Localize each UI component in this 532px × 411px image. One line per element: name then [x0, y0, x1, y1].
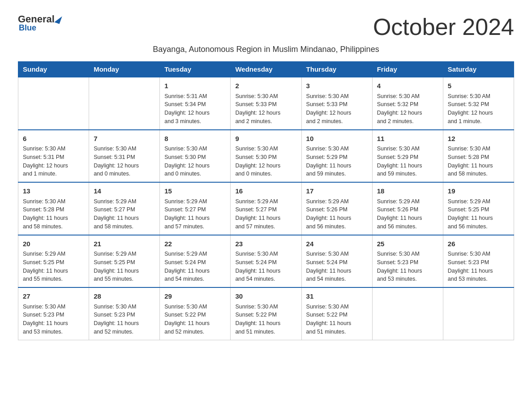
day-info: Sunrise: 5:29 AM Sunset: 5:25 PM Dayligh… — [448, 197, 509, 231]
calendar-cell: 7Sunrise: 5:30 AM Sunset: 5:31 PM Daylig… — [89, 130, 160, 183]
calendar-cell: 27Sunrise: 5:30 AM Sunset: 5:23 PM Dayli… — [18, 287, 89, 340]
header-day-sunday: Sunday — [18, 62, 89, 77]
calendar-cell: 1Sunrise: 5:31 AM Sunset: 5:34 PM Daylig… — [160, 77, 231, 130]
calendar-cell — [89, 77, 160, 130]
day-number: 13 — [23, 186, 84, 197]
day-info: Sunrise: 5:30 AM Sunset: 5:29 PM Dayligh… — [377, 145, 438, 178]
subtitle: Bayanga, Autonomous Region in Muslim Min… — [18, 45, 514, 54]
day-number: 27 — [23, 291, 84, 302]
day-number: 25 — [377, 239, 438, 249]
day-info: Sunrise: 5:31 AM Sunset: 5:34 PM Dayligh… — [164, 92, 226, 126]
calendar-cell: 26Sunrise: 5:30 AM Sunset: 5:23 PM Dayli… — [443, 235, 514, 288]
calendar-header-row: SundayMondayTuesdayWednesdayThursdayFrid… — [18, 62, 514, 77]
logo-blue-text: Blue — [19, 23, 36, 33]
day-info: Sunrise: 5:30 AM Sunset: 5:24 PM Dayligh… — [306, 250, 368, 283]
calendar-cell: 18Sunrise: 5:29 AM Sunset: 5:26 PM Dayli… — [372, 182, 443, 235]
calendar-cell: 20Sunrise: 5:29 AM Sunset: 5:25 PM Dayli… — [18, 235, 89, 288]
calendar-cell: 24Sunrise: 5:30 AM Sunset: 5:24 PM Dayli… — [301, 235, 372, 288]
day-number: 26 — [448, 239, 509, 249]
day-info: Sunrise: 5:30 AM Sunset: 5:32 PM Dayligh… — [377, 92, 438, 126]
calendar-cell — [443, 287, 514, 340]
header-day-tuesday: Tuesday — [160, 62, 231, 77]
calendar-cell: 4Sunrise: 5:30 AM Sunset: 5:32 PM Daylig… — [372, 77, 443, 130]
day-number: 3 — [306, 81, 368, 91]
calendar-cell: 10Sunrise: 5:30 AM Sunset: 5:29 PM Dayli… — [301, 130, 372, 183]
day-number: 31 — [306, 291, 368, 302]
day-number: 16 — [235, 186, 296, 197]
calendar-week-row: 1Sunrise: 5:31 AM Sunset: 5:34 PM Daylig… — [18, 77, 514, 130]
day-info: Sunrise: 5:30 AM Sunset: 5:32 PM Dayligh… — [448, 92, 509, 126]
day-number: 12 — [448, 134, 509, 144]
day-info: Sunrise: 5:30 AM Sunset: 5:22 PM Dayligh… — [235, 303, 296, 336]
calendar-cell: 25Sunrise: 5:30 AM Sunset: 5:23 PM Dayli… — [372, 235, 443, 288]
calendar-week-row: 20Sunrise: 5:29 AM Sunset: 5:25 PM Dayli… — [18, 235, 514, 288]
day-info: Sunrise: 5:30 AM Sunset: 5:23 PM Dayligh… — [377, 250, 438, 283]
day-info: Sunrise: 5:30 AM Sunset: 5:28 PM Dayligh… — [23, 197, 84, 231]
calendar-cell: 28Sunrise: 5:30 AM Sunset: 5:23 PM Dayli… — [89, 287, 160, 340]
day-number: 4 — [377, 81, 438, 91]
day-info: Sunrise: 5:30 AM Sunset: 5:28 PM Dayligh… — [448, 145, 509, 178]
logo-triangle-icon — [54, 14, 62, 24]
header-day-monday: Monday — [89, 62, 160, 77]
calendar-cell: 14Sunrise: 5:29 AM Sunset: 5:27 PM Dayli… — [89, 182, 160, 235]
day-info: Sunrise: 5:30 AM Sunset: 5:22 PM Dayligh… — [306, 303, 368, 336]
header-day-saturday: Saturday — [443, 62, 514, 77]
day-info: Sunrise: 5:30 AM Sunset: 5:30 PM Dayligh… — [164, 145, 226, 178]
day-number: 11 — [377, 134, 438, 144]
logo: General Blue — [18, 13, 61, 33]
day-number: 10 — [306, 134, 368, 144]
day-info: Sunrise: 5:29 AM Sunset: 5:25 PM Dayligh… — [94, 250, 155, 283]
day-info: Sunrise: 5:30 AM Sunset: 5:30 PM Dayligh… — [235, 145, 296, 178]
day-number: 1 — [164, 81, 226, 91]
day-info: Sunrise: 5:29 AM Sunset: 5:27 PM Dayligh… — [94, 197, 155, 231]
calendar-week-row: 6Sunrise: 5:30 AM Sunset: 5:31 PM Daylig… — [18, 130, 514, 183]
day-number: 28 — [94, 291, 155, 302]
calendar-cell: 29Sunrise: 5:30 AM Sunset: 5:22 PM Dayli… — [160, 287, 231, 340]
day-info: Sunrise: 5:30 AM Sunset: 5:24 PM Dayligh… — [235, 250, 296, 283]
day-number: 20 — [23, 239, 84, 249]
day-info: Sunrise: 5:29 AM Sunset: 5:27 PM Dayligh… — [164, 197, 226, 231]
calendar: SundayMondayTuesdayWednesdayThursdayFrid… — [18, 61, 514, 340]
day-number: 19 — [448, 186, 509, 197]
day-info: Sunrise: 5:30 AM Sunset: 5:29 PM Dayligh… — [306, 145, 368, 178]
day-number: 2 — [235, 81, 296, 91]
calendar-cell: 8Sunrise: 5:30 AM Sunset: 5:30 PM Daylig… — [160, 130, 231, 183]
day-number: 29 — [164, 291, 226, 302]
calendar-cell: 9Sunrise: 5:30 AM Sunset: 5:30 PM Daylig… — [231, 130, 301, 183]
calendar-cell: 31Sunrise: 5:30 AM Sunset: 5:22 PM Dayli… — [301, 287, 372, 340]
day-info: Sunrise: 5:30 AM Sunset: 5:33 PM Dayligh… — [306, 92, 368, 126]
day-number: 6 — [23, 134, 84, 144]
calendar-week-row: 27Sunrise: 5:30 AM Sunset: 5:23 PM Dayli… — [18, 287, 514, 340]
day-info: Sunrise: 5:30 AM Sunset: 5:23 PM Dayligh… — [448, 250, 509, 283]
calendar-cell: 13Sunrise: 5:30 AM Sunset: 5:28 PM Dayli… — [18, 182, 89, 235]
header-day-friday: Friday — [372, 62, 443, 77]
calendar-cell: 15Sunrise: 5:29 AM Sunset: 5:27 PM Dayli… — [160, 182, 231, 235]
day-info: Sunrise: 5:30 AM Sunset: 5:31 PM Dayligh… — [94, 145, 155, 178]
calendar-cell: 5Sunrise: 5:30 AM Sunset: 5:32 PM Daylig… — [443, 77, 514, 130]
day-info: Sunrise: 5:30 AM Sunset: 5:33 PM Dayligh… — [235, 92, 296, 126]
day-number: 21 — [94, 239, 155, 249]
day-number: 30 — [235, 291, 296, 302]
calendar-cell: 16Sunrise: 5:29 AM Sunset: 5:27 PM Dayli… — [231, 182, 301, 235]
calendar-week-row: 13Sunrise: 5:30 AM Sunset: 5:28 PM Dayli… — [18, 182, 514, 235]
day-number: 24 — [306, 239, 368, 249]
day-number: 7 — [94, 134, 155, 144]
day-number: 17 — [306, 186, 368, 197]
day-number: 23 — [235, 239, 296, 249]
calendar-cell: 21Sunrise: 5:29 AM Sunset: 5:25 PM Dayli… — [89, 235, 160, 288]
calendar-cell: 3Sunrise: 5:30 AM Sunset: 5:33 PM Daylig… — [301, 77, 372, 130]
day-number: 22 — [164, 239, 226, 249]
day-number: 15 — [164, 186, 226, 197]
calendar-cell: 17Sunrise: 5:29 AM Sunset: 5:26 PM Dayli… — [301, 182, 372, 235]
day-number: 18 — [377, 186, 438, 197]
day-info: Sunrise: 5:29 AM Sunset: 5:24 PM Dayligh… — [164, 250, 226, 283]
day-info: Sunrise: 5:29 AM Sunset: 5:26 PM Dayligh… — [306, 197, 368, 231]
calendar-cell: 2Sunrise: 5:30 AM Sunset: 5:33 PM Daylig… — [231, 77, 301, 130]
header-day-wednesday: Wednesday — [231, 62, 301, 77]
day-number: 14 — [94, 186, 155, 197]
calendar-cell: 30Sunrise: 5:30 AM Sunset: 5:22 PM Dayli… — [231, 287, 301, 340]
calendar-cell: 11Sunrise: 5:30 AM Sunset: 5:29 PM Dayli… — [372, 130, 443, 183]
day-info: Sunrise: 5:30 AM Sunset: 5:23 PM Dayligh… — [23, 303, 84, 336]
day-info: Sunrise: 5:29 AM Sunset: 5:25 PM Dayligh… — [23, 250, 84, 283]
day-info: Sunrise: 5:29 AM Sunset: 5:26 PM Dayligh… — [377, 197, 438, 231]
